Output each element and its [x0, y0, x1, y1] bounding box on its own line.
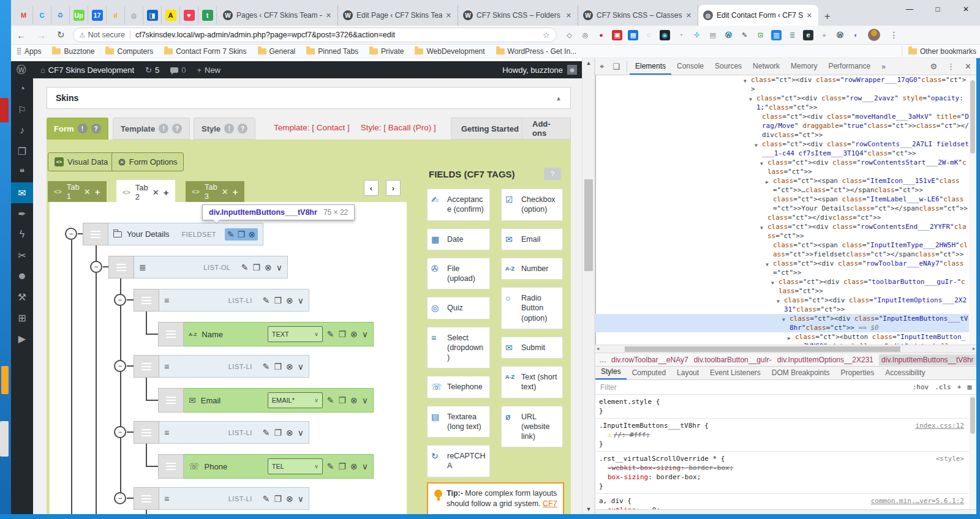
delete-icon[interactable]: ⊗: [350, 329, 358, 339]
settings-gear-icon[interactable]: ⚙: [925, 62, 942, 71]
sidebar-item-settings[interactable]: ⊞: [11, 307, 33, 328]
extension-php-grid[interactable]: ▤: [705, 28, 721, 42]
browser-tab-1[interactable]: WPages ‹ CF7 Skins Team — Wo✕: [218, 5, 338, 26]
delete-icon[interactable]: ⊗: [350, 395, 358, 405]
edit-icon[interactable]: ✎: [263, 362, 270, 372]
alert-badge[interactable]: !: [224, 124, 234, 133]
admin-bar-site[interactable]: ⌂ CF7 Skins Development: [35, 61, 140, 78]
bookmark-folder-6[interactable]: Private: [369, 47, 404, 56]
inspect-element-icon[interactable]: ⌖: [595, 62, 608, 72]
field-button-textarea-long-text-[interactable]: ▤Textarea (long text): [427, 406, 490, 438]
extension-wordpress-w[interactable]: Ⓦ: [721, 28, 737, 42]
scroll-left-arrow[interactable]: ◂: [597, 346, 599, 351]
not-secure-label[interactable]: Not secure: [88, 31, 124, 39]
dom-node[interactable]: class="ct"><div class="row___2vavz" styl…: [595, 94, 969, 112]
add-tab-icon[interactable]: +: [164, 187, 169, 198]
pinned-tab-calendar[interactable]: 17: [88, 6, 107, 24]
dom-node[interactable]: class="ct"></divclass="ct">>: [595, 213, 969, 222]
rule-source-link[interactable]: index.css:12: [916, 421, 964, 430]
breadcrumb-item[interactable]: div.toolbarButton__guIr-: [694, 356, 772, 364]
tab-close-icon[interactable]: ✕: [153, 188, 159, 197]
sidebar-item-pages[interactable]: ❐: [11, 141, 33, 162]
tree-row-field-name[interactable]: A-ZNameTEXT∨✎❐⊗∨: [158, 322, 374, 346]
scroll-up-arrow[interactable]: ▲: [582, 58, 595, 68]
extension-react-dark[interactable]: ◉: [657, 28, 673, 42]
scroll-right-arrow[interactable]: ▸: [973, 346, 975, 351]
skins-metabox-header[interactable]: Skins ▲: [47, 87, 571, 109]
editor-tab-1[interactable]: <>Tab 1✕+: [48, 181, 107, 202]
duplicate-icon[interactable]: ❐: [274, 362, 282, 372]
back-button[interactable]: ←: [11, 30, 31, 40]
delete-icon[interactable]: ⊗: [286, 494, 293, 504]
field-button-recaptcha[interactable]: ↻reCAPTCHA: [427, 445, 490, 477]
tab-close-icon[interactable]: ✕: [222, 187, 228, 196]
sidebar-item-media[interactable]: ♪: [11, 120, 33, 141]
tab-scroll-left[interactable]: ‹: [364, 180, 379, 196]
field-button-email[interactable]: ✉Email: [501, 228, 563, 250]
selected-dom-node[interactable]: class="ct"><div class="InputItemButtons_…: [595, 314, 969, 332]
field-button-acceptance-confirm-[interactable]: ✍Acceptance (confirm): [427, 189, 490, 221]
disclosure-arrow[interactable]: ▼: [744, 77, 747, 86]
styles-horizontal-scrollbar[interactable]: [595, 509, 976, 514]
pinned-tab-clock-c[interactable]: C: [33, 6, 51, 24]
extension-clock-purple[interactable]: ◐: [848, 28, 864, 42]
dom-node[interactable]: class="ct"><div class="rowWrapper___17qG…: [595, 75, 969, 94]
duplicate-icon[interactable]: ❐: [252, 263, 260, 272]
breadcrumb-item[interactable]: div.rowToolbar__eNAy7: [611, 356, 688, 364]
help-badge[interactable]: ?: [238, 124, 247, 133]
bookmark-folder-4[interactable]: General: [258, 47, 296, 56]
extension-wp-dark[interactable]: Ⓦ: [832, 28, 848, 42]
elements-vertical-scrollbar[interactable]: [969, 75, 976, 345]
pinned-tab-globe[interactable]: ◍: [125, 6, 143, 24]
duplicate-icon[interactable]: ❐: [338, 395, 346, 405]
duplicate-icon[interactable]: ❐: [274, 428, 282, 438]
extension-camera[interactable]: ◎: [578, 28, 594, 42]
dom-node[interactable]: class="ct"><div class="rowToolbar___eNAy…: [595, 259, 969, 277]
scrollbar-thumb[interactable]: [584, 179, 593, 271]
filter-input[interactable]: Filter: [600, 383, 907, 392]
pinned-tab-gmail[interactable]: M: [15, 6, 33, 24]
editor-tab-2[interactable]: <>Tab 2✕+: [116, 180, 175, 204]
new-tab-button[interactable]: +: [818, 11, 837, 26]
disclosure-arrow[interactable]: ▼: [749, 95, 752, 104]
admin-bar-comments[interactable]: 0: [165, 61, 191, 78]
pinned-tab-docs-blue[interactable]: ◨: [143, 6, 162, 24]
delete-icon[interactable]: ⊗: [286, 296, 293, 305]
tab-form[interactable]: Form!?: [47, 118, 108, 140]
scrollbar-thumb[interactable]: [970, 80, 975, 154]
edit-icon[interactable]: ✎: [327, 395, 334, 405]
styles-tab-event-listeners[interactable]: Event Listeners: [704, 367, 766, 379]
styles-vertical-scrollbar[interactable]: [969, 395, 976, 509]
disclosure-arrow[interactable]: ▼: [760, 223, 763, 233]
devtools-tab-elements[interactable]: Elements: [630, 58, 671, 75]
getting-started-button[interactable]: Getting Started: [451, 118, 529, 140]
disclosure-arrow[interactable]: ▶: [766, 177, 769, 187]
extension-window-blue[interactable]: ▦: [625, 28, 641, 42]
help-badge[interactable]: ?: [91, 124, 101, 133]
pinned-tab-highlighter-a[interactable]: A: [162, 6, 180, 24]
styles-tab-layout[interactable]: Layout: [671, 367, 704, 379]
panel-layout-icon[interactable]: ▥: [967, 383, 971, 391]
expand-icon[interactable]: ∨: [362, 329, 368, 339]
duplicate-icon[interactable]: ❐: [274, 296, 282, 305]
toggle-hov[interactable]: :hov: [913, 383, 929, 391]
bookmark-folder-5[interactable]: Pinned Tabs: [306, 47, 358, 56]
dom-node[interactable]: class="ct"><div class="moveHandle___3aHx…: [595, 112, 969, 140]
delete-icon[interactable]: ⊗: [286, 362, 293, 372]
edit-icon[interactable]: ✎: [327, 329, 334, 339]
url-text[interactable]: cf7skinsdev.local/wp-admin/admin.php?pag…: [135, 31, 543, 39]
styles-tab-styles[interactable]: Styles: [595, 365, 627, 379]
expand-icon[interactable]: ∨: [298, 428, 304, 438]
css-property[interactable]: -webkit-box-sizing: border-box;: [599, 463, 965, 472]
visual-data-button[interactable]: <> Visual Data: [48, 152, 115, 171]
browser-menu-icon[interactable]: ⋮: [884, 30, 905, 40]
drag-handle[interactable]: [134, 421, 159, 444]
drag-handle[interactable]: [134, 355, 159, 378]
delete-icon[interactable]: ⊗: [350, 461, 358, 471]
forward-button[interactable]: →: [31, 30, 51, 40]
devtools-tab-sources[interactable]: Sources: [709, 58, 747, 75]
field-button-date[interactable]: ▦Date: [427, 228, 490, 250]
drag-handle[interactable]: [158, 388, 184, 413]
browser-tab-4[interactable]: WCF7 Skins CSS – Classes | CF7✕: [578, 5, 698, 26]
alert-badge[interactable]: !: [159, 124, 168, 133]
